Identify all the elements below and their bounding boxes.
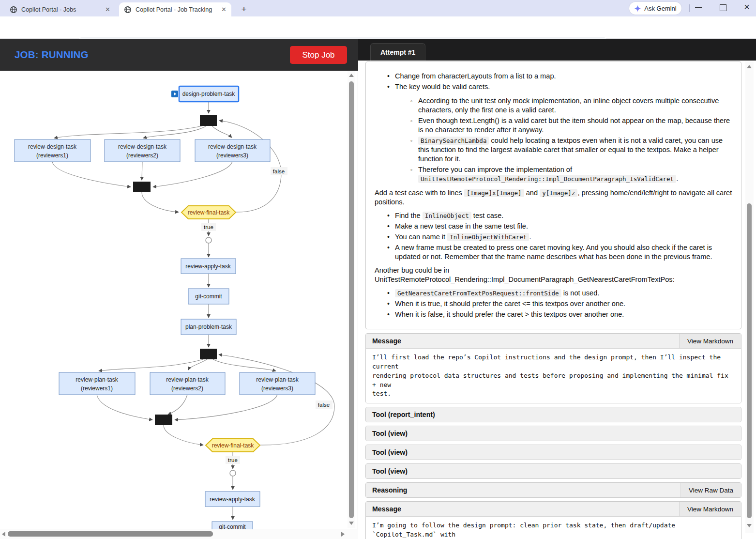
paragraph: Another bug could be in UnitTestRemotePr… (375, 266, 732, 284)
scroll-left-arrow-icon[interactable] (2, 532, 5, 537)
section-header: Tool (view) (366, 426, 741, 441)
section-tool: Tool (view) (365, 445, 741, 460)
section-tool: Tool (view) (365, 426, 741, 441)
svg-text:git-commit: git-commit (219, 524, 246, 529)
browser-tab-jobs[interactable]: Copilot Portal - Jobs ✕ (5, 2, 115, 16)
globe-icon (10, 6, 17, 14)
inline-code: UnitTestRemoteProtocol_Rendering::Impl_D… (418, 175, 676, 183)
bullet-list: Change from characterLayouts from a list… (374, 72, 733, 184)
divider (689, 4, 690, 12)
section-label: Reasoning (366, 483, 414, 497)
svg-text:review-plan-task: review-plan-task (166, 376, 209, 383)
svg-text:plan-problem-task: plan-problem-task (185, 323, 232, 330)
list-item: A new frame must be created to press one… (387, 243, 733, 262)
svg-text:(reviewers2): (reviewers2) (126, 152, 158, 159)
close-icon[interactable]: ✕ (221, 6, 227, 13)
section-tool: Tool (report_intent) (365, 407, 741, 422)
list-item: Even though text.Length() is a valid car… (410, 116, 733, 135)
svg-text:review-apply-task: review-apply-task (185, 263, 231, 270)
attempt-sections: Change from characterLayouts from a list… (365, 62, 741, 539)
paragraph: Add a test case with to lines [Image]x[I… (375, 188, 732, 207)
section-header: Message View Markdown (366, 502, 741, 516)
markdown-content-box: Change from characterLayouts from a list… (365, 62, 741, 329)
inline-code: y[Image]z (540, 189, 577, 197)
workflow-edges (52, 102, 334, 520)
job-status-title: JOB: RUNNING (15, 39, 89, 71)
section-header: Reasoning View Raw Data (366, 483, 741, 497)
globe-icon (124, 6, 132, 14)
ask-gemini-button[interactable]: Ask Gemini (629, 2, 681, 15)
section-body: I’ll first load the repo’s Copilot instr… (366, 348, 741, 403)
list-item: According to the unit test only mock imp… (410, 96, 733, 115)
svg-text:(reviewers3): (reviewers3) (261, 385, 293, 392)
section-header: Tool (report_intent) (366, 407, 741, 422)
tab-strip: Copilot Portal - Jobs ✕ Copilot Portal -… (0, 0, 756, 16)
workflow-svg: design-problem-task review-design-task (… (0, 71, 348, 529)
vertical-scrollbar-thumb[interactable] (747, 203, 752, 518)
svg-text:(reviewers3): (reviewers3) (216, 152, 248, 159)
inline-code: BinarySearchLambda (418, 137, 489, 145)
section-label: Message (366, 502, 408, 516)
bullet-list: GetNearestCaretFromTextPosRequest::front… (374, 289, 733, 319)
scroll-up-arrow-icon[interactable] (349, 74, 354, 77)
svg-text:review-plan-task: review-plan-task (76, 376, 118, 383)
list-item: BinarySearchLambda could help locating a… (410, 136, 733, 164)
join-bar[interactable] (155, 415, 172, 425)
browser-toolbar: ← → i localhost:8888/jobTracking.html?jo… (0, 16, 756, 39)
svg-text:true: true (204, 224, 213, 230)
scroll-down-arrow-icon[interactable] (349, 522, 354, 525)
svg-text:review-design-task: review-design-task (28, 143, 77, 150)
workflow-diagram: design-problem-task review-design-task (… (0, 71, 358, 529)
svg-text:review-apply-task: review-apply-task (210, 496, 255, 503)
tab-title: Copilot Portal - Jobs (21, 6, 101, 13)
section-header: Tool (view) (366, 445, 741, 460)
sub-bullet-list: According to the unit test only mock imp… (395, 96, 733, 184)
join-bar[interactable] (133, 182, 151, 192)
svg-text:review-final-task: review-final-task (212, 442, 255, 449)
merge-node[interactable] (230, 470, 236, 476)
minimize-icon[interactable] (695, 7, 702, 8)
ask-gemini-label: Ask Gemini (644, 5, 676, 12)
gemini-sparkle-icon (634, 5, 641, 12)
section-reasoning: Reasoning View Raw Data (365, 482, 741, 498)
section-action-button[interactable]: View Markdown (679, 334, 741, 348)
fork-bar[interactable] (200, 115, 217, 126)
close-icon[interactable]: ✕ (105, 6, 110, 13)
stop-job-button[interactable]: Stop Job (290, 46, 347, 64)
merge-node[interactable] (206, 237, 212, 243)
inline-code: InlineObject (423, 212, 471, 220)
tab-title: Copilot Portal - Job Tracking (136, 6, 217, 13)
list-item: GetNearestCaretFromTextPosRequest::front… (387, 289, 733, 298)
svg-text:false: false (318, 402, 330, 408)
scroll-down-arrow-icon[interactable] (747, 524, 752, 527)
horizontal-scrollbar-thumb[interactable] (8, 531, 213, 537)
fork-bar[interactable] (200, 349, 217, 359)
vertical-scrollbar-thumb[interactable] (349, 81, 354, 518)
scroll-right-arrow-icon[interactable] (341, 532, 345, 537)
svg-text:design-problem-task: design-problem-task (182, 91, 236, 97)
list-item: You can name it InlineObjectWithCaret. (387, 232, 733, 242)
section-list: Message View Markdown I’ll first load th… (365, 333, 741, 539)
section-message: Message View Markdown I’m going to follo… (365, 501, 741, 539)
list-item: The key would be valid carets. According… (387, 82, 733, 184)
new-tab-button[interactable]: + (238, 4, 250, 15)
tab-attempt-1[interactable]: Attempt #1 (370, 43, 425, 61)
maximize-icon[interactable] (720, 4, 726, 11)
close-icon[interactable]: × (741, 1, 753, 13)
section-label: Message (366, 334, 408, 348)
section-message: Message View Markdown I’ll first load th… (365, 333, 741, 403)
browser-tab-job-tracking[interactable]: Copilot Portal - Job Tracking ✕ (119, 2, 231, 16)
section-action-button[interactable]: View Raw Data (680, 483, 741, 497)
svg-text:false: false (273, 169, 285, 174)
svg-text:review-design-task: review-design-task (118, 143, 167, 150)
section-action-button[interactable]: View Markdown (679, 502, 741, 516)
scroll-up-arrow-icon[interactable] (747, 65, 752, 68)
svg-text:review-plan-task: review-plan-task (256, 376, 299, 383)
section-header: Message View Markdown (366, 334, 741, 348)
section-body: I’m going to follow the design prompt: c… (366, 516, 741, 539)
svg-text:true: true (228, 457, 238, 463)
section-label: Tool (report_intent) (366, 407, 441, 422)
list-item: Make a new test case in the same test fi… (387, 222, 733, 231)
svg-text:(reviewers1): (reviewers1) (81, 385, 113, 392)
svg-text:(reviewers1): (reviewers1) (36, 152, 68, 159)
